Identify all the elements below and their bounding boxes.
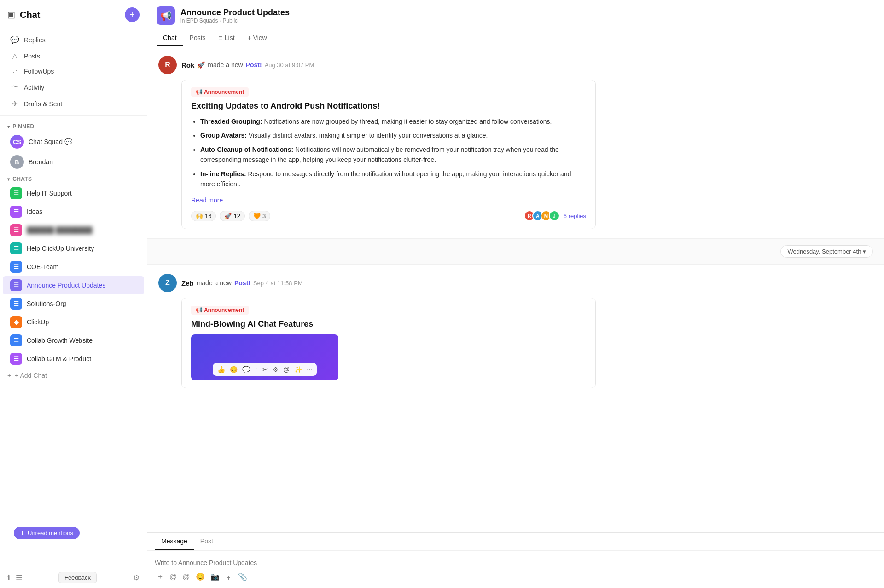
help-clickup-avatar: ☰ xyxy=(10,242,22,254)
sidebar-item-drafts[interactable]: ✈ Drafts & Sent xyxy=(3,96,144,112)
pinned-section-header[interactable]: ▾ Pinned xyxy=(0,120,147,132)
reaction-count-1: 16 xyxy=(205,213,211,219)
announcement-title-2: Mind-Blowing AI Chat Features xyxy=(191,319,586,329)
toolbar-comment-icon[interactable]: 💬 xyxy=(242,366,250,373)
reaction-2[interactable]: 🚀 12 xyxy=(220,211,244,221)
date-pill[interactable]: Wednesday, September 4th ▾ xyxy=(780,245,873,258)
sidebar-item-brendan[interactable]: B Brendan xyxy=(3,152,144,172)
sidebar-item-followups[interactable]: ⇌ FollowUps xyxy=(3,64,144,79)
announcement-card-2: 📢 Announcement Mind-Blowing AI Chat Feat… xyxy=(181,298,596,388)
sidebar-item-blurred[interactable]: ☰ ██████ ████████ xyxy=(3,221,144,239)
chat-squad-avatar: CS xyxy=(10,135,24,149)
sidebar-item-posts[interactable]: △ Posts xyxy=(3,48,144,64)
input-tab-message[interactable]: Message xyxy=(155,533,194,550)
followups-icon: ⇌ xyxy=(10,68,19,75)
reactions-1: 🙌 16 🚀 12 🧡 3 xyxy=(191,211,270,221)
input-video-icon[interactable]: 📷 xyxy=(210,572,220,581)
reaction-emoji-2: 🚀 xyxy=(224,213,232,219)
unread-mentions-arrow-icon: ⬇ xyxy=(20,530,25,536)
tab-chat-label: Chat xyxy=(163,34,177,41)
channel-details: Announce Product Updates in EPD Squads ·… xyxy=(180,8,290,24)
input-plus-icon[interactable]: ＋ xyxy=(157,572,164,582)
announcement-card-1: 📢 Announcement Exciting Updates to Andro… xyxy=(181,80,596,229)
main-header: 📢 Announce Product Updates in EPD Squads… xyxy=(147,0,884,46)
ideas-avatar: ☰ xyxy=(10,206,22,218)
coe-team-label: COE-Team xyxy=(27,263,137,271)
chats-chevron: ▾ xyxy=(7,177,10,182)
tab-list[interactable]: ≡ List xyxy=(212,30,241,46)
messages-area: R Rok 🚀 made a new Post! Aug 30 at 9:07 … xyxy=(147,46,884,532)
input-mic-icon[interactable]: 🎙 xyxy=(225,573,233,581)
message-input[interactable] xyxy=(155,556,877,569)
channel-icon-emoji: 📢 xyxy=(160,10,172,21)
announcement-title-1: Exciting Updates to Android Push Notific… xyxy=(191,101,586,111)
ideas-label: Ideas xyxy=(27,208,137,215)
feedback-button[interactable]: Feedback xyxy=(58,572,97,583)
brendan-label: Brendan xyxy=(29,158,137,166)
pinned-label: Pinned xyxy=(12,123,34,130)
list-icon[interactable]: ☰ xyxy=(16,573,22,582)
toolbar-emoji-icon[interactable]: 😊 xyxy=(230,366,238,373)
tab-posts-label: Posts xyxy=(190,34,206,41)
channel-tabs: Chat Posts ≡ List + View xyxy=(157,30,875,46)
toolbar-settings-icon[interactable]: ⚙ xyxy=(273,366,279,373)
add-chat-button[interactable]: + xyxy=(125,7,140,22)
replies-section-1: R A M J 6 replies xyxy=(524,210,586,221)
replies-count-1[interactable]: 6 replies xyxy=(564,213,586,219)
reaction-3[interactable]: 🧡 3 xyxy=(249,211,270,221)
sidebar-item-ideas[interactable]: ☰ Ideas xyxy=(3,202,144,221)
sidebar-item-announce[interactable]: ☰ Announce Product Updates xyxy=(3,276,144,294)
toolbar-more-icon[interactable]: ··· xyxy=(307,366,312,373)
tab-chat[interactable]: Chat xyxy=(157,30,183,46)
sidebar-item-solutions-org[interactable]: ☰ Solutions-Org xyxy=(3,294,144,313)
chat-squad-label: Chat Squad 💬 xyxy=(29,138,137,145)
help-it-avatar: ☰ xyxy=(10,187,22,199)
reaction-count-2: 12 xyxy=(233,213,240,219)
toolbar-like-icon[interactable]: 👍 xyxy=(217,366,225,373)
main-content: 📢 Announce Product Updates in EPD Squads… xyxy=(147,0,884,588)
input-emoji-icon[interactable]: 😊 xyxy=(196,572,205,581)
sidebar-item-clickup[interactable]: ◆ ClickUp xyxy=(3,313,144,331)
settings-icon[interactable]: ⚙ xyxy=(133,573,140,582)
add-chat-link[interactable]: + + Add Chat xyxy=(0,368,147,383)
info-icon[interactable]: ℹ xyxy=(7,573,10,582)
list-icon: ≡ xyxy=(219,34,222,41)
sidebar-item-collab-gtm[interactable]: ☰ Collab GTM & Product xyxy=(3,350,144,368)
reactions-row-1: 🙌 16 🚀 12 🧡 3 xyxy=(191,204,586,221)
input-mention-icon[interactable]: @ xyxy=(182,573,190,581)
sender-emoji-1: 🚀 xyxy=(197,61,205,69)
sender-name-2: Zeb xyxy=(181,279,194,287)
collab-gtm-avatar: ☰ xyxy=(10,353,22,365)
input-attach-icon[interactable]: 📎 xyxy=(238,572,247,581)
coe-team-avatar: ☰ xyxy=(10,261,22,273)
chats-section-header[interactable]: ▾ Chats xyxy=(0,172,147,184)
input-at-icon[interactable]: @ xyxy=(169,573,177,581)
message-header-1: Rok 🚀 made a new Post! Aug 30 at 9:07 PM xyxy=(181,61,314,69)
sidebar-item-collab-growth[interactable]: ☰ Collab Growth Website xyxy=(3,331,144,350)
collab-growth-label: Collab Growth Website xyxy=(27,337,137,344)
toolbar-share-icon[interactable]: ↑ xyxy=(255,366,258,373)
sidebar-body: ▾ Pinned CS Chat Squad 💬 B Brendan ▾ Cha… xyxy=(0,116,147,567)
toolbar-at-icon[interactable]: @ xyxy=(283,366,290,373)
sidebar-item-chat-squad[interactable]: CS Chat Squad 💬 xyxy=(3,132,144,152)
add-chat-icon: + xyxy=(7,372,11,379)
sidebar-menu-icon[interactable]: ▣ xyxy=(7,10,15,20)
sidebar-item-replies[interactable]: 💬 Replies xyxy=(3,32,144,48)
toolbar-cut-icon[interactable]: ✂ xyxy=(262,366,268,373)
message-group-2: Z Zeb made a new Post! Sep 4 at 11:58 PM… xyxy=(147,265,884,398)
tab-view[interactable]: + View xyxy=(241,30,273,46)
toolbar-sparkle-icon[interactable]: ✨ xyxy=(294,366,302,373)
tab-posts[interactable]: Posts xyxy=(183,30,212,46)
unread-mentions-button[interactable]: ⬇ Unread mentions xyxy=(14,527,80,539)
activity-icon: 〜 xyxy=(10,82,19,92)
message-time-1: Aug 30 at 9:07 PM xyxy=(265,62,314,69)
input-tab-post[interactable]: Post xyxy=(194,533,220,550)
sidebar-item-help-it[interactable]: ☰ Help IT Support xyxy=(3,184,144,202)
replies-icon: 💬 xyxy=(10,35,19,44)
read-more-link-1[interactable]: Read more... xyxy=(191,196,228,204)
sidebar-nav: 💬 Replies △ Posts ⇌ FollowUps 〜 Activity… xyxy=(0,28,147,116)
sidebar-item-help-clickup[interactable]: ☰ Help ClickUp University xyxy=(3,239,144,258)
reaction-1[interactable]: 🙌 16 xyxy=(191,211,216,221)
sidebar-item-activity[interactable]: 〜 Activity xyxy=(3,79,144,96)
sidebar-item-coe-team[interactable]: ☰ COE-Team xyxy=(3,258,144,276)
